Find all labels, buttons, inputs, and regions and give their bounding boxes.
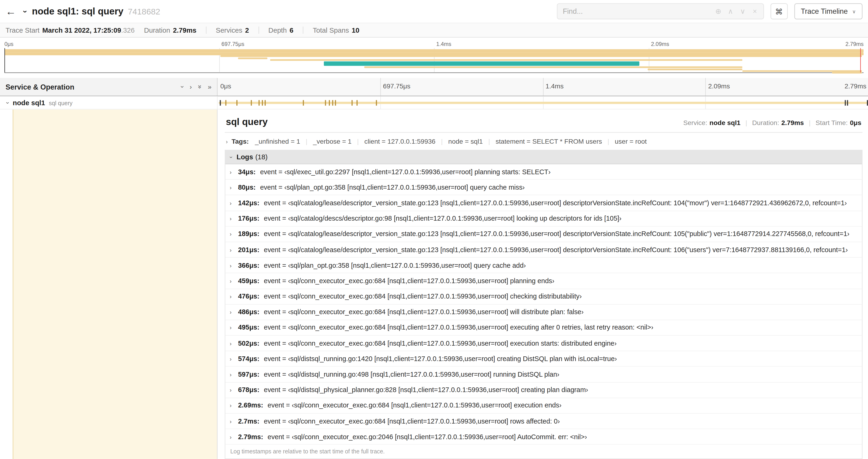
log-row[interactable]: ›366μs:event = ‹sql/plan_opt.go:358 [nsq… xyxy=(225,258,862,273)
tag-separator: | xyxy=(488,138,490,145)
tag-item: client = 127.0.0.1:59936 xyxy=(364,138,435,145)
log-timestamp: 678μs: xyxy=(238,386,259,394)
trace-title: node sql1: sql query xyxy=(32,6,123,17)
minimap-tick-label: 1.4ms xyxy=(434,41,451,47)
log-tick-mark xyxy=(225,100,226,106)
span-service-name: node sql1 xyxy=(13,99,45,106)
view-selector-button[interactable]: Trace Timeline ∨ xyxy=(794,3,863,19)
log-row[interactable]: ›189μs:event = ‹sql/catalog/lease/descri… xyxy=(225,227,862,242)
span-bar xyxy=(219,102,868,104)
log-event-text: event = ‹sql/catalog/lease/descriptor_ve… xyxy=(264,246,848,254)
log-row[interactable]: ›142μs:event = ‹sql/catalog/lease/descri… xyxy=(225,195,862,211)
summary-divider xyxy=(258,27,259,34)
chevron-right-icon: › xyxy=(230,231,238,237)
log-tick-mark xyxy=(265,100,266,106)
log-row[interactable]: ›597μs:event = ‹sql/distsql_running.go:4… xyxy=(225,367,862,383)
log-timestamp: 574μs: xyxy=(238,355,259,363)
find-input[interactable] xyxy=(563,7,712,15)
log-tick-mark xyxy=(258,100,260,106)
logs-label: Logs xyxy=(237,153,253,161)
span-row-name-cell[interactable]: › node sql1 sql query xyxy=(0,96,217,109)
chevron-right-icon[interactable]: › xyxy=(190,84,192,90)
log-event-text: event = ‹sql/conn_executor_exec.go:2046 … xyxy=(268,433,587,440)
span-detail-card: sql query Service:node sql1|Duration:2.7… xyxy=(225,109,862,459)
chevron-down-icon: ∨ xyxy=(852,9,856,14)
tag-separator: | xyxy=(357,138,359,145)
minimap-tick-labels: 0μs697.75μs1.4ms2.09ms2.79ms xyxy=(4,41,864,48)
log-event-text: event = ‹sql/distsql_running.go:498 [nsq… xyxy=(264,371,559,378)
minimap-span-bar xyxy=(648,68,742,70)
keyboard-shortcuts-button[interactable]: ⌘ xyxy=(771,3,788,19)
log-row[interactable]: ›574μs:event = ‹sql/distsql_running.go:1… xyxy=(225,351,862,367)
log-row[interactable]: ›678μs:event = ‹sql/distsql_physical_pla… xyxy=(225,383,862,398)
clear-find-icon[interactable]: × xyxy=(749,7,761,15)
log-row[interactable]: ›176μs:event = ‹sql/catalog/descs/descri… xyxy=(225,211,862,227)
logs-header[interactable]: › Logs (18) xyxy=(225,151,862,164)
chevron-down-icon[interactable]: › xyxy=(5,98,11,107)
summary-item: Trace StartMarch 31 2022, 17:25:09.326 xyxy=(6,26,135,34)
chevron-right-icon: › xyxy=(230,371,238,378)
back-arrow-icon[interactable]: ← xyxy=(6,5,22,18)
trace-collapse-icon[interactable]: › xyxy=(21,10,30,12)
summary-item: Services2 xyxy=(216,26,249,34)
log-row[interactable]: ›476μs:event = ‹sql/conn_executor_exec.g… xyxy=(225,289,862,305)
log-tick-mark xyxy=(329,100,330,106)
log-event-text: event = ‹sql/distsql_running.go:1420 [ns… xyxy=(264,355,617,363)
span-row-track[interactable] xyxy=(217,96,868,109)
tag-separator: | xyxy=(608,138,609,145)
log-tick-mark xyxy=(325,100,326,106)
log-tick-mark xyxy=(867,100,868,106)
meta-label: Duration: xyxy=(752,119,779,127)
log-row[interactable]: ›201μs:event = ‹sql/catalog/lease/descri… xyxy=(225,242,862,258)
log-timestamp: 486μs: xyxy=(238,308,259,316)
chevron-right-icon: › xyxy=(230,294,238,300)
log-timestamp: 459μs: xyxy=(238,277,259,285)
chevron-right-icon: › xyxy=(230,200,238,206)
minimap-span-bar xyxy=(324,61,639,66)
chevron-right-icon: › xyxy=(230,247,238,253)
log-tick-mark xyxy=(236,100,238,106)
summary-item-label: Services xyxy=(216,26,242,34)
view-selector-label: Trace Timeline xyxy=(801,7,848,15)
log-tick-mark xyxy=(303,100,304,106)
log-event-text: event = ‹sql/catalog/lease/descriptor_ve… xyxy=(264,199,847,207)
chevron-right-icon: › xyxy=(230,309,238,315)
ruler-tick-label: 1.4ms xyxy=(543,82,563,90)
chevron-right-icon: › xyxy=(230,278,238,284)
log-row[interactable]: ›2.7ms:event = ‹sql/conn_executor_exec.g… xyxy=(225,414,862,429)
minimap-canvas[interactable] xyxy=(4,48,864,73)
chevron-down-icon[interactable]: › xyxy=(179,86,186,88)
chevron-right-icon: › xyxy=(230,356,238,362)
log-row[interactable]: ›502μs:event = ‹sql/conn_executor_exec.g… xyxy=(225,336,862,351)
log-event-text: event = ‹sql/catalog/descs/descriptor.go… xyxy=(264,215,622,222)
span-row: › node sql1 sql query xyxy=(0,96,868,110)
double-chevron-right-icon[interactable]: » xyxy=(208,84,211,90)
log-row[interactable]: ›2.69ms:event = ‹sql/conn_executor_exec.… xyxy=(225,398,862,414)
double-chevron-down-icon[interactable]: » xyxy=(196,85,203,89)
minimap-span-bar xyxy=(742,70,862,72)
prev-result-icon[interactable]: ∧ xyxy=(724,7,737,15)
log-row[interactable]: ›459μs:event = ‹sql/conn_executor_exec.g… xyxy=(225,273,862,289)
log-row[interactable]: ›495μs:event = ‹sql/conn_executor_exec.g… xyxy=(225,320,862,336)
span-operation-name: sql query xyxy=(49,99,72,106)
log-timestamp: 176μs: xyxy=(238,215,259,222)
log-row[interactable]: ›2.79ms:event = ‹sql/conn_executor_exec.… xyxy=(225,429,862,445)
log-row[interactable]: ›486μs:event = ‹sql/conn_executor_exec.g… xyxy=(225,305,862,320)
meta-value: 0μs xyxy=(850,119,861,127)
name-column xyxy=(0,109,217,459)
log-event-text: event = ‹sql/conn_executor_exec.go:684 [… xyxy=(264,277,554,285)
log-tick-mark xyxy=(332,100,333,106)
match-count-icon[interactable]: ⊕ xyxy=(712,7,724,15)
span-tags-row[interactable]: ›Tags:_unfinished = 1|_verbose = 1|clien… xyxy=(225,133,862,150)
trace-summary-bar: Trace StartMarch 31 2022, 17:25:09.326Du… xyxy=(0,23,868,38)
next-result-icon[interactable]: ∨ xyxy=(737,7,749,15)
minimap-left-scrubber[interactable] xyxy=(4,48,5,72)
timeline-body: sql query Service:node sql1|Duration:2.7… xyxy=(0,109,868,459)
log-event-text: event = ‹sql/plan_opt.go:358 [nsql1,clie… xyxy=(264,261,526,269)
log-row[interactable]: ›80μs:event = ‹sql/plan_opt.go:358 [nsql… xyxy=(225,180,862,195)
minimap-tick-label: 2.79ms xyxy=(845,41,864,47)
span-detail-title: sql query xyxy=(226,117,268,128)
chevron-right-icon: › xyxy=(230,325,238,331)
log-row[interactable]: ›34μs:event = ‹sql/exec_util.go:2297 [ns… xyxy=(225,164,862,180)
logs-count: (18) xyxy=(255,153,268,161)
